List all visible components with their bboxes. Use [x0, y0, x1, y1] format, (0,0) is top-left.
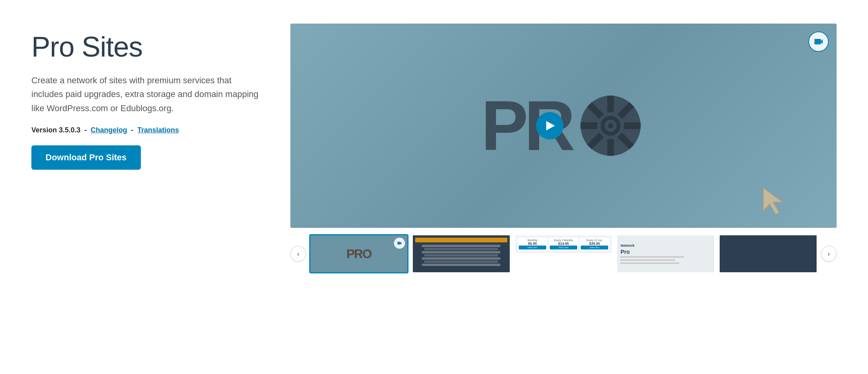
thumbnail-3[interactable]: Monthly $5.95 Select Plan Every 3 Months… [514, 234, 613, 273]
cursor-arrow-icon [758, 185, 790, 216]
thumb-2-row2 [424, 248, 498, 250]
thumb-4-pro: Pro [620, 249, 629, 255]
thumb-4-line2 [620, 259, 675, 261]
plugin-description: Create a network of sites with premium s… [31, 73, 259, 115]
main-media-bg: P R [290, 24, 837, 228]
film-reel-icon [577, 92, 644, 159]
main-media-container: P R [290, 24, 837, 228]
thumb-1-bg: PRO [310, 235, 407, 272]
play-button[interactable] [536, 112, 563, 139]
thumb-5-content [768, 243, 769, 270]
thumbnails-wrapper: PRO [309, 234, 818, 273]
plugin-title: Pro Sites [31, 31, 259, 62]
pro-text-graphic: P R [481, 90, 646, 161]
svg-point-11 [608, 123, 613, 128]
thumbnail-4[interactable]: Network Pro [616, 234, 715, 273]
page-container: Pro Sites Create a network of sites with… [0, 0, 868, 374]
price-col-1-period: Monthly [527, 239, 537, 242]
price-col-3: Every 12 mo. $39.95 Select Plan [580, 238, 609, 251]
thumb-2-row3 [422, 251, 500, 253]
thumbnail-2[interactable] [412, 234, 511, 273]
price-col-2: Every 3 Months $14.95 Select Plan [549, 238, 578, 251]
next-thumbnail-button[interactable]: › [821, 246, 837, 262]
thumb-3-pricing: Monthly $5.95 Select Plan Every 3 Months… [515, 235, 612, 253]
price-col-2-amount: $14.95 [558, 242, 569, 246]
thumbnail-5[interactable] [718, 234, 818, 273]
thumb-4-line1 [620, 256, 684, 258]
thumb-2-bg [413, 235, 510, 272]
thumb-4-network: Network [620, 244, 635, 248]
thumb-2-row7 [422, 264, 500, 266]
price-col-3-btn: Select Plan [581, 246, 608, 249]
letter-p: P [481, 90, 524, 161]
thumb-4-bg: Network Pro [617, 235, 714, 272]
version-text: Version 3.5.0.3 [31, 126, 80, 134]
svg-marker-12 [763, 188, 782, 214]
price-col-1-amount: $5.95 [528, 242, 537, 246]
letter-r-container: R [524, 90, 575, 161]
price-col-3-period: Every 12 mo. [587, 239, 603, 242]
video-camera-icon-badge [808, 31, 829, 52]
right-column: P R [290, 24, 837, 273]
letter-o-film-reel [575, 90, 646, 161]
left-column: Pro Sites Create a network of sites with… [31, 24, 259, 170]
price-col-3-amount: $39.95 [589, 242, 600, 246]
price-col-2-period: Every 3 Months [554, 239, 573, 242]
thumbnail-1[interactable]: PRO [309, 234, 408, 273]
translations-link[interactable]: Translations [137, 126, 179, 134]
changelog-link[interactable]: Changelog [91, 126, 127, 134]
separator-2: - [131, 126, 133, 134]
thumb-5-header [768, 238, 769, 241]
thumb-camera-badge [394, 238, 405, 249]
meta-line: Version 3.5.0.3 - Changelog - Translatio… [31, 126, 259, 134]
thumb-2-row6 [424, 260, 498, 263]
thumb-4-line3 [620, 262, 679, 264]
price-col-2-btn: Select Plan [550, 246, 577, 249]
thumbnail-strip: ‹ PRO [290, 234, 837, 273]
download-pro-sites-button[interactable]: Download Pro Sites [31, 145, 141, 170]
thumb-5-bg [720, 235, 817, 272]
thumb-2-row4 [424, 254, 498, 257]
price-col-1: Monthly $5.95 Select Plan [518, 238, 547, 251]
thumb-pro-label: PRO [346, 247, 371, 261]
camera-icon [813, 36, 824, 47]
price-col-1-btn: Select Plan [519, 246, 546, 249]
thumb-camera-icon [397, 240, 402, 246]
thumb-2-row1 [422, 245, 500, 247]
thumb-2-header [415, 238, 507, 242]
prev-thumbnail-button[interactable]: ‹ [290, 246, 306, 262]
separator-1: - [84, 126, 87, 134]
thumb-2-row5 [422, 257, 500, 260]
